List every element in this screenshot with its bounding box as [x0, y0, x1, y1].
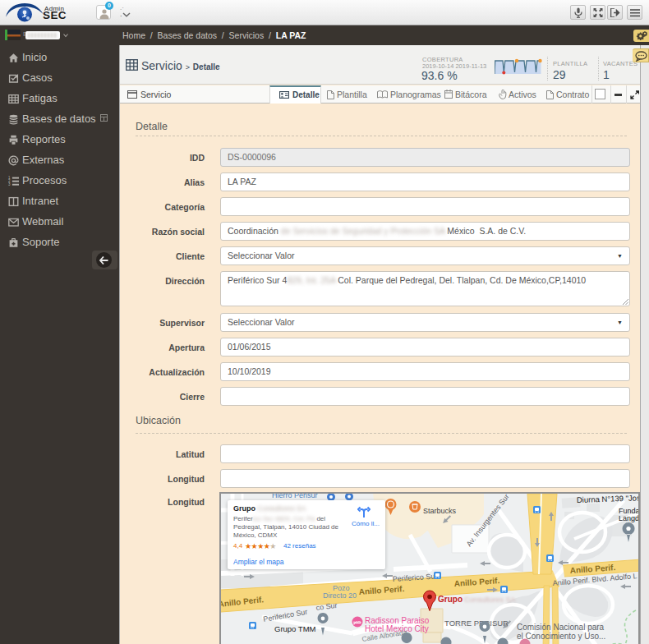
svg-text:TORRE PERISUR: TORRE PERISUR [444, 619, 509, 628]
svg-text:Consultores SA: Consultores SA [464, 596, 516, 604]
svg-text:Directo 20: Directo 20 [323, 591, 357, 600]
svg-text:Grupo TMM: Grupo TMM [274, 624, 316, 633]
svg-text:Langd: Langd [619, 514, 639, 522]
svg-text:Comisión Nacional para: Comisión Nacional para [517, 623, 605, 632]
svg-text:Starbucks: Starbucks [423, 507, 457, 515]
svg-text:3: 3 [8, 182, 11, 186]
svg-text:Grupo: Grupo [438, 595, 463, 604]
svg-text:el Conocimiento y Uso...: el Conocimiento y Uso... [517, 632, 605, 641]
svg-text:Hierro Pensur: Hierro Pensur [272, 494, 318, 499]
